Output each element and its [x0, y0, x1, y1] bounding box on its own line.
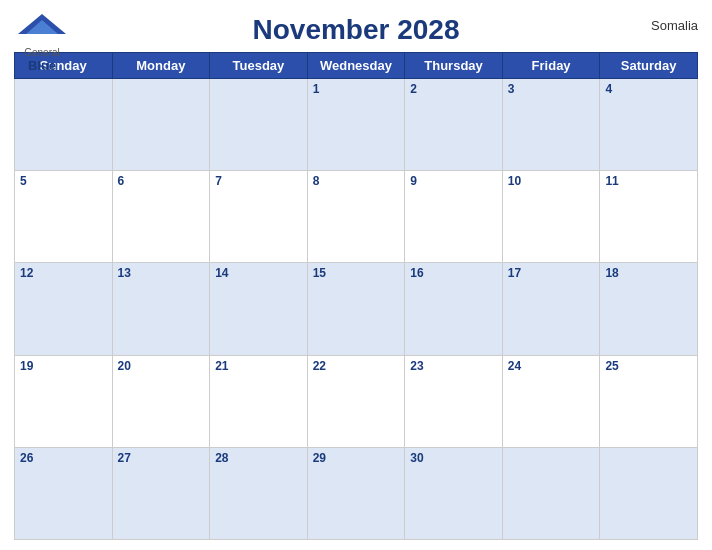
day-number-8: 8	[313, 174, 400, 188]
day-number-28: 28	[215, 451, 302, 465]
day-cell-12: 12	[15, 263, 113, 355]
calendar-page: General Blue November 2028 Somalia Sunda…	[0, 0, 712, 550]
week-row-3: 12131415161718	[15, 263, 698, 355]
header-monday: Monday	[112, 53, 210, 79]
week-row-4: 19202122232425	[15, 355, 698, 447]
day-cell-27: 27	[112, 447, 210, 539]
day-number-13: 13	[118, 266, 205, 280]
week-row-2: 567891011	[15, 171, 698, 263]
day-cell-4: 4	[600, 79, 698, 171]
day-number-1: 1	[313, 82, 400, 96]
day-cell-1: 1	[307, 79, 405, 171]
week-row-1: 1234	[15, 79, 698, 171]
day-cell-15: 15	[307, 263, 405, 355]
day-number-25: 25	[605, 359, 692, 373]
day-cell-17: 17	[502, 263, 600, 355]
day-cell-7: 7	[210, 171, 308, 263]
day-cell-29: 29	[307, 447, 405, 539]
day-number-17: 17	[508, 266, 595, 280]
day-cell-20: 20	[112, 355, 210, 447]
logo-icon	[14, 12, 70, 48]
day-number-10: 10	[508, 174, 595, 188]
logo-blue-text: Blue	[28, 58, 56, 74]
empty-cell-w4-d6	[600, 447, 698, 539]
day-number-20: 20	[118, 359, 205, 373]
day-number-2: 2	[410, 82, 497, 96]
header-saturday: Saturday	[600, 53, 698, 79]
day-number-7: 7	[215, 174, 302, 188]
day-number-12: 12	[20, 266, 107, 280]
day-cell-5: 5	[15, 171, 113, 263]
day-number-11: 11	[605, 174, 692, 188]
day-number-21: 21	[215, 359, 302, 373]
day-cell-23: 23	[405, 355, 503, 447]
calendar-title: November 2028	[252, 14, 459, 46]
empty-cell-w4-d5	[502, 447, 600, 539]
day-number-26: 26	[20, 451, 107, 465]
empty-cell-w0-d0	[15, 79, 113, 171]
day-cell-18: 18	[600, 263, 698, 355]
day-number-29: 29	[313, 451, 400, 465]
day-number-27: 27	[118, 451, 205, 465]
day-number-9: 9	[410, 174, 497, 188]
day-number-22: 22	[313, 359, 400, 373]
day-number-4: 4	[605, 82, 692, 96]
day-number-23: 23	[410, 359, 497, 373]
day-cell-14: 14	[210, 263, 308, 355]
day-number-14: 14	[215, 266, 302, 280]
header-tuesday: Tuesday	[210, 53, 308, 79]
empty-cell-w0-d1	[112, 79, 210, 171]
calendar-header: General Blue November 2028 Somalia	[14, 10, 698, 46]
day-cell-30: 30	[405, 447, 503, 539]
country-label: Somalia	[651, 18, 698, 33]
day-cell-28: 28	[210, 447, 308, 539]
day-cell-3: 3	[502, 79, 600, 171]
header-thursday: Thursday	[405, 53, 503, 79]
day-number-3: 3	[508, 82, 595, 96]
day-cell-10: 10	[502, 171, 600, 263]
day-number-6: 6	[118, 174, 205, 188]
day-cell-22: 22	[307, 355, 405, 447]
day-cell-25: 25	[600, 355, 698, 447]
empty-cell-w0-d2	[210, 79, 308, 171]
weekday-header-row: Sunday Monday Tuesday Wednesday Thursday…	[15, 53, 698, 79]
week-row-5: 2627282930	[15, 447, 698, 539]
day-number-30: 30	[410, 451, 497, 465]
day-number-18: 18	[605, 266, 692, 280]
day-cell-21: 21	[210, 355, 308, 447]
day-cell-11: 11	[600, 171, 698, 263]
day-cell-9: 9	[405, 171, 503, 263]
logo-general-text: General	[24, 48, 60, 58]
header-wednesday: Wednesday	[307, 53, 405, 79]
calendar-table: Sunday Monday Tuesday Wednesday Thursday…	[14, 52, 698, 540]
day-number-15: 15	[313, 266, 400, 280]
day-cell-2: 2	[405, 79, 503, 171]
day-cell-24: 24	[502, 355, 600, 447]
day-cell-13: 13	[112, 263, 210, 355]
day-cell-8: 8	[307, 171, 405, 263]
day-number-24: 24	[508, 359, 595, 373]
header-friday: Friday	[502, 53, 600, 79]
day-cell-6: 6	[112, 171, 210, 263]
generalblue-logo: General Blue	[14, 12, 70, 74]
day-cell-19: 19	[15, 355, 113, 447]
day-number-5: 5	[20, 174, 107, 188]
day-cell-16: 16	[405, 263, 503, 355]
day-cell-26: 26	[15, 447, 113, 539]
day-number-19: 19	[20, 359, 107, 373]
day-number-16: 16	[410, 266, 497, 280]
